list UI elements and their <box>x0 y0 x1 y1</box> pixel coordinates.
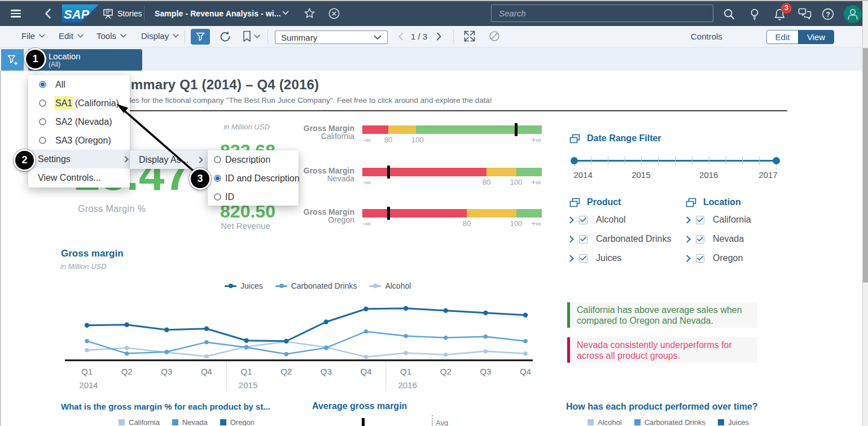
bullet-chart-oregon[interactable]: Gross MarginOregon-∞80100+∞ <box>282 209 547 241</box>
lightbulb-icon[interactable] <box>748 8 761 20</box>
menu-hamburger-icon[interactable] <box>11 10 21 18</box>
data-point[interactable] <box>284 339 288 344</box>
scrollbar-thumb[interactable] <box>863 48 868 282</box>
menu-display[interactable]: Display <box>141 31 179 41</box>
menu-item-sa1[interactable]: SA1 (California) <box>28 94 130 112</box>
legend-item-carbonated-drinks[interactable]: Carbonated Drinks <box>275 281 357 290</box>
data-point[interactable] <box>484 349 488 354</box>
data-point[interactable] <box>444 336 448 340</box>
close-circle-icon[interactable] <box>328 8 339 19</box>
data-point[interactable] <box>484 334 488 339</box>
add-filter-button[interactable] <box>1 49 24 71</box>
data-point[interactable] <box>85 339 89 344</box>
data-point[interactable] <box>125 351 129 356</box>
tree-item-nevada[interactable]: Nevada <box>685 234 744 244</box>
menu-item-settings[interactable]: Settings <box>28 150 130 168</box>
data-point[interactable] <box>444 353 448 357</box>
location-filter-token[interactable]: Location (All) <box>28 49 142 71</box>
previous-page-button[interactable] <box>398 32 404 41</box>
bookmark-button[interactable] <box>243 31 252 43</box>
view-mode-button[interactable]: View <box>798 30 834 44</box>
radio-icon[interactable] <box>39 118 46 125</box>
menu-edit[interactable]: Edit <box>59 31 84 41</box>
legend-item-alcohol[interactable]: Alcohol <box>369 281 411 290</box>
page-selector-dropdown[interactable]: Summary <box>275 31 388 44</box>
data-point[interactable] <box>204 340 209 345</box>
data-point[interactable] <box>404 306 408 311</box>
menu-tools[interactable]: Tools <box>97 31 126 41</box>
data-point[interactable] <box>364 329 369 334</box>
menu-file[interactable]: File <box>21 31 45 41</box>
gross-margin-line-chart[interactable]: Q1Q2Q3Q4Q1Q2Q3Q4Q1Q2Q3Q4201420152016 <box>56 294 553 395</box>
radio-icon[interactable] <box>214 156 221 163</box>
data-point[interactable] <box>125 346 129 350</box>
search-icon[interactable] <box>723 8 735 20</box>
data-point[interactable] <box>523 339 528 344</box>
data-point[interactable] <box>364 355 369 359</box>
menu-item-sa2[interactable]: SA2 (Nevada) <box>28 112 130 131</box>
data-point[interactable] <box>324 320 328 324</box>
data-point[interactable] <box>363 307 368 311</box>
tree-item-oregon[interactable]: Oregon <box>685 253 743 263</box>
bookmark-caret-icon[interactable] <box>254 34 260 38</box>
data-point[interactable] <box>444 308 448 313</box>
expand-chevron-icon[interactable] <box>683 255 691 262</box>
bullet-chart-nevada[interactable]: Gross MarginNevada-∞80100+∞ <box>282 168 547 199</box>
data-point[interactable] <box>324 346 328 350</box>
data-point[interactable] <box>124 323 129 327</box>
story-title[interactable]: Sample - Revenue Analysis - wi... <box>155 9 281 18</box>
data-point[interactable] <box>523 313 528 318</box>
checkbox-checked-icon[interactable] <box>579 235 588 244</box>
tree-item-carbonated-drinks[interactable]: Carbonated Drinks <box>568 234 671 244</box>
tree-item-juices[interactable]: Juices <box>568 253 621 263</box>
data-point[interactable] <box>164 350 169 354</box>
radio-icon[interactable] <box>39 99 46 107</box>
expand-chevron-icon[interactable] <box>683 216 691 224</box>
menu-item-sa3[interactable]: SA3 (Oregon) <box>28 131 130 150</box>
data-point[interactable] <box>164 328 169 332</box>
menu-item-view-controls[interactable]: View Controls... <box>28 168 130 187</box>
checkbox-checked-icon[interactable] <box>696 216 704 224</box>
data-point[interactable] <box>204 327 209 331</box>
menu-item-display-as[interactable]: Display As... <box>130 150 208 169</box>
expand-chevron-icon[interactable] <box>567 236 574 243</box>
story-title-caret-icon[interactable] <box>282 11 289 15</box>
radio-icon[interactable] <box>39 137 46 144</box>
menu-item-all[interactable]: All <box>28 75 130 94</box>
help-icon[interactable]: ? <box>822 8 834 20</box>
back-button[interactable] <box>44 8 52 19</box>
expand-chevron-icon[interactable] <box>567 216 574 224</box>
data-point[interactable] <box>404 334 408 338</box>
slider-handle-start[interactable] <box>571 157 578 164</box>
favorite-star-icon[interactable] <box>304 7 315 19</box>
discussions-icon[interactable] <box>798 8 810 20</box>
expand-chevron-icon[interactable] <box>683 236 691 243</box>
data-point[interactable] <box>85 323 89 328</box>
data-point[interactable] <box>284 352 288 357</box>
expand-chevron-icon[interactable] <box>567 255 574 262</box>
data-point[interactable] <box>204 354 209 359</box>
user-avatar[interactable] <box>844 5 862 23</box>
data-point[interactable] <box>483 311 488 315</box>
display-option-id[interactable]: ID <box>208 188 299 206</box>
data-point[interactable] <box>404 351 408 355</box>
fullscreen-button[interactable] <box>464 31 475 42</box>
data-point[interactable] <box>244 345 249 350</box>
checkbox-checked-icon[interactable] <box>579 254 588 263</box>
bullet-chart-california[interactable]: Gross MarginCalifornia-∞80100+∞ <box>282 125 547 157</box>
slider-handle-end[interactable] <box>773 157 780 164</box>
tree-item-alcohol[interactable]: Alcohol <box>568 215 625 225</box>
shell-section-label[interactable]: Stories <box>117 9 142 18</box>
checkbox-checked-icon[interactable] <box>579 216 588 224</box>
controls-button[interactable]: Controls <box>691 32 722 41</box>
edit-mode-button[interactable]: Edit <box>766 30 799 44</box>
data-point[interactable] <box>523 351 528 356</box>
radio-selected-icon[interactable] <box>39 81 46 88</box>
data-point[interactable] <box>244 338 248 343</box>
refresh-button[interactable] <box>219 31 231 43</box>
checkbox-checked-icon[interactable] <box>696 235 704 244</box>
display-option-description[interactable]: Description <box>208 150 299 169</box>
tree-item-california[interactable]: California <box>685 215 751 225</box>
radio-selected-icon[interactable] <box>214 175 221 182</box>
data-point[interactable] <box>85 348 89 353</box>
